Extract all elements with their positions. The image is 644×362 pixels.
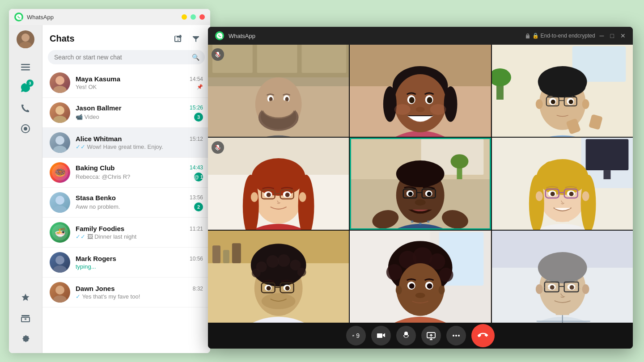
svg-point-53 xyxy=(394,74,446,132)
svg-rect-8 xyxy=(21,315,30,316)
chat-preview-jason: 📹 Video xyxy=(76,114,191,120)
svg-point-11 xyxy=(53,86,67,93)
participants-button[interactable]: 9 xyxy=(346,326,366,345)
svg-point-73 xyxy=(535,99,542,109)
chat-item-mark[interactable]: Mark Rogers 10:56 typing... xyxy=(42,248,210,278)
svg-point-122 xyxy=(411,220,414,223)
status-nav-button[interactable] xyxy=(17,120,34,138)
svg-point-168 xyxy=(285,286,290,290)
chat-preview-baking: Rebecca: @Chris R? xyxy=(76,173,191,180)
call-maximize-button[interactable]: □ xyxy=(610,32,614,39)
svg-point-14 xyxy=(55,136,64,145)
svg-point-93 xyxy=(251,192,258,202)
archived-nav-button[interactable] xyxy=(17,309,34,327)
chat-item-alice[interactable]: Alice Whitman 15:12 ✓✓ Wow! Have great t… xyxy=(42,128,210,158)
svg-point-12 xyxy=(55,106,64,115)
mic-toggle-button[interactable] xyxy=(396,326,416,345)
chats-badge: 3 xyxy=(26,80,34,87)
chat-name-dawn: Dawn Jones xyxy=(76,285,115,292)
video-cell-7 xyxy=(208,231,349,323)
svg-point-200 xyxy=(540,262,585,282)
chat-name-baking: Baking Club xyxy=(76,164,115,172)
settings-nav-button[interactable] xyxy=(17,330,34,348)
filter-button[interactable] xyxy=(189,31,203,46)
video-cell-6 xyxy=(492,138,633,230)
svg-point-158 xyxy=(278,254,290,267)
chat-list: Maya Kasuma 14:54 Yes! OK 📌 Jason Ball xyxy=(42,68,210,353)
chat-time-mark: 10:56 xyxy=(190,256,203,262)
chats-nav-button[interactable]: 3 xyxy=(17,79,34,97)
chat-badge-baking: @ 1 xyxy=(194,173,203,181)
svg-point-100 xyxy=(267,193,271,197)
svg-point-59 xyxy=(427,97,432,103)
svg-rect-149 xyxy=(212,245,220,263)
hamburger-menu-button[interactable] xyxy=(17,58,34,76)
svg-point-107 xyxy=(451,154,469,168)
svg-point-184 xyxy=(396,286,402,295)
svg-point-24 xyxy=(55,286,64,295)
call-window: WhatsApp 🔒 End-to-end endcrypted ─ □ ✕ xyxy=(208,27,633,349)
pin-icon-maya: 📌 xyxy=(197,84,203,90)
minimize-button[interactable] xyxy=(182,14,187,20)
search-icon: 🔍 xyxy=(192,54,199,61)
svg-text:🍜: 🍜 xyxy=(55,227,66,238)
svg-point-22 xyxy=(55,256,64,265)
participants-count-label: 9 xyxy=(356,332,360,339)
maximize-button[interactable] xyxy=(191,14,196,20)
chat-item-jason[interactable]: Jason Ballmer 15:26 📹 Video 3 xyxy=(42,98,210,128)
svg-point-101 xyxy=(285,193,290,197)
chat-badge-jason: 3 xyxy=(194,113,203,122)
avatar-mark xyxy=(50,252,70,273)
video-cell-4 xyxy=(208,138,349,230)
svg-point-145 xyxy=(569,192,573,196)
svg-point-60 xyxy=(416,107,425,112)
title-bar: WhatsApp xyxy=(9,9,210,25)
svg-point-185 xyxy=(439,286,445,295)
call-close-button[interactable]: ✕ xyxy=(620,32,626,39)
svg-rect-128 xyxy=(585,139,628,170)
close-button[interactable] xyxy=(199,14,205,20)
person-video-2 xyxy=(350,45,491,137)
chat-item-family[interactable]: 🍜 Family Foodies 11:21 ✓✓ 🖼 Dinner last … xyxy=(42,218,210,248)
end-call-button[interactable] xyxy=(471,324,495,347)
window-title: WhatsApp xyxy=(27,14,178,21)
search-input[interactable] xyxy=(48,50,205,64)
chat-time-dawn: 8:32 xyxy=(193,286,203,292)
chat-item-dawn[interactable]: Dawn Jones 8:32 ✓ Yes that's my fave too… xyxy=(42,278,210,307)
call-title-bar: WhatsApp 🔒 End-to-end endcrypted ─ □ ✕ xyxy=(208,27,633,45)
more-options-button[interactable] xyxy=(446,326,466,345)
sidebar: 3 xyxy=(9,25,42,353)
new-chat-button[interactable] xyxy=(171,31,185,46)
person-video-6 xyxy=(492,138,633,230)
svg-point-61 xyxy=(394,104,411,115)
chat-item-stasa[interactable]: Stasa Benko 13:56 Aww no problem. 2 xyxy=(42,188,210,218)
svg-point-138 xyxy=(582,191,589,201)
svg-point-54 xyxy=(383,86,397,122)
starred-nav-button[interactable] xyxy=(17,289,34,307)
call-minimize-button[interactable]: ─ xyxy=(600,32,604,39)
svg-point-144 xyxy=(550,192,555,196)
svg-point-123 xyxy=(419,223,422,225)
svg-rect-3 xyxy=(21,64,30,65)
svg-point-10 xyxy=(55,76,64,85)
svg-point-167 xyxy=(267,286,271,290)
svg-point-182 xyxy=(439,268,453,282)
avatar-alice xyxy=(50,132,70,153)
calls-nav-button[interactable] xyxy=(17,99,34,117)
video-cell-5 xyxy=(350,138,491,230)
whatsapp-call-logo-icon xyxy=(215,31,224,40)
svg-point-74 xyxy=(582,99,589,109)
chat-time-family: 11:21 xyxy=(190,226,203,232)
chat-item-baking[interactable]: 🍩 Baking Club 14:43 Rebecca: @Chris R? @… xyxy=(42,158,210,188)
svg-point-90 xyxy=(252,158,305,196)
user-avatar[interactable] xyxy=(17,30,34,48)
svg-point-62 xyxy=(430,104,446,115)
screen-share-button[interactable] xyxy=(421,326,441,345)
chat-name-maya: Maya Kasuma xyxy=(76,75,120,83)
chat-content-alice: Alice Whitman 15:12 ✓✓ Wow! Have great t… xyxy=(76,135,203,150)
svg-point-202 xyxy=(582,284,589,294)
video-toggle-button[interactable] xyxy=(371,326,391,345)
svg-point-209 xyxy=(569,285,574,290)
chat-item-maya[interactable]: Maya Kasuma 14:54 Yes! OK 📌 xyxy=(42,68,210,98)
chat-preview-dawn: ✓ Yes that's my fave too! xyxy=(76,293,203,300)
